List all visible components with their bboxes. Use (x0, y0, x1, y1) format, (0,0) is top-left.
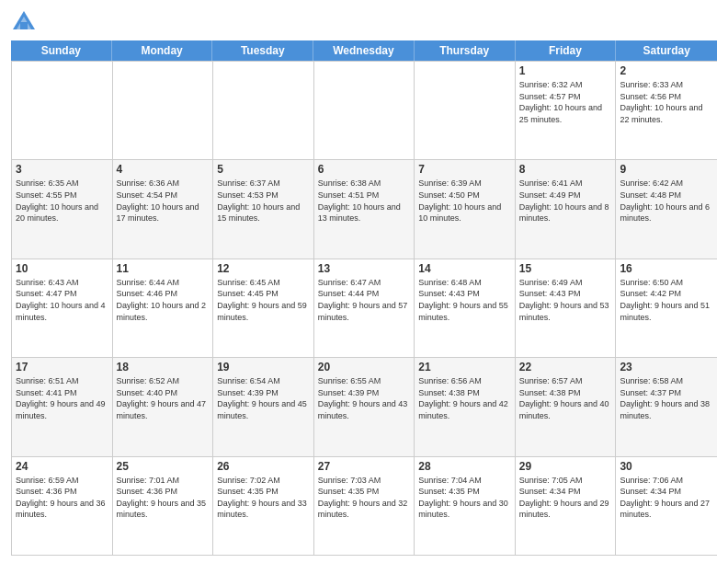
weekday-header-wednesday: Wednesday (313, 40, 415, 61)
weekday-header-tuesday: Tuesday (212, 40, 313, 61)
day-cell-26: 26Sunrise: 7:02 AM Sunset: 4:35 PM Dayli… (213, 457, 314, 555)
day-info: Sunrise: 6:42 AM Sunset: 4:48 PM Dayligh… (620, 178, 713, 224)
day-info: Sunrise: 6:55 AM Sunset: 4:39 PM Dayligh… (318, 375, 411, 421)
day-number: 5 (217, 163, 310, 176)
day-number: 14 (418, 262, 511, 275)
day-cell-10: 10Sunrise: 6:43 AM Sunset: 4:47 PM Dayli… (12, 259, 113, 357)
day-info: Sunrise: 6:33 AM Sunset: 4:56 PM Dayligh… (620, 79, 713, 125)
day-cell-18: 18Sunrise: 6:52 AM Sunset: 4:40 PM Dayli… (113, 358, 214, 455)
day-number: 12 (217, 262, 310, 275)
day-info: Sunrise: 7:04 AM Sunset: 4:35 PM Dayligh… (418, 475, 511, 521)
day-info: Sunrise: 6:56 AM Sunset: 4:38 PM Dayligh… (418, 375, 511, 421)
day-cell-5: 5Sunrise: 6:37 AM Sunset: 4:53 PM Daylig… (213, 160, 314, 258)
day-number: 22 (519, 361, 612, 373)
day-info: Sunrise: 6:51 AM Sunset: 4:41 PM Dayligh… (16, 375, 108, 421)
day-number: 8 (519, 163, 612, 176)
calendar-header: SundayMondayTuesdayWednesdayThursdayFrid… (11, 40, 717, 61)
day-cell-22: 22Sunrise: 6:57 AM Sunset: 4:38 PM Dayli… (516, 358, 617, 455)
day-cell-25: 25Sunrise: 7:01 AM Sunset: 4:36 PM Dayli… (113, 457, 214, 555)
empty-cell (314, 62, 415, 159)
day-info: Sunrise: 6:39 AM Sunset: 4:50 PM Dayligh… (418, 178, 511, 224)
day-info: Sunrise: 6:58 AM Sunset: 4:37 PM Dayligh… (620, 375, 713, 421)
logo-icon (11, 9, 37, 35)
day-info: Sunrise: 6:54 AM Sunset: 4:39 PM Dayligh… (217, 375, 310, 421)
day-info: Sunrise: 7:03 AM Sunset: 4:35 PM Dayligh… (318, 475, 411, 521)
calendar-week-1: 1Sunrise: 6:32 AM Sunset: 4:57 PM Daylig… (12, 61, 717, 159)
day-cell-4: 4Sunrise: 6:36 AM Sunset: 4:54 PM Daylig… (113, 160, 214, 258)
day-number: 30 (620, 460, 713, 473)
day-info: Sunrise: 6:47 AM Sunset: 4:44 PM Dayligh… (318, 277, 411, 323)
day-info: Sunrise: 7:06 AM Sunset: 4:34 PM Dayligh… (620, 475, 713, 521)
day-info: Sunrise: 6:36 AM Sunset: 4:54 PM Dayligh… (117, 178, 210, 224)
weekday-header-saturday: Saturday (616, 40, 717, 61)
day-info: Sunrise: 7:01 AM Sunset: 4:36 PM Dayligh… (117, 475, 210, 521)
day-cell-30: 30Sunrise: 7:06 AM Sunset: 4:34 PM Dayli… (616, 457, 717, 555)
page-container: SundayMondayTuesdayWednesdayThursdayFrid… (0, 0, 728, 563)
day-info: Sunrise: 6:32 AM Sunset: 4:57 PM Dayligh… (519, 79, 612, 125)
empty-cell (415, 62, 516, 159)
day-number: 29 (519, 460, 612, 473)
calendar-week-2: 3Sunrise: 6:35 AM Sunset: 4:55 PM Daylig… (12, 159, 717, 258)
day-number: 18 (117, 361, 210, 373)
day-cell-12: 12Sunrise: 6:45 AM Sunset: 4:45 PM Dayli… (213, 259, 314, 357)
day-cell-19: 19Sunrise: 6:54 AM Sunset: 4:39 PM Dayli… (213, 358, 314, 455)
day-number: 19 (217, 361, 310, 373)
day-cell-21: 21Sunrise: 6:56 AM Sunset: 4:38 PM Dayli… (415, 358, 516, 455)
day-number: 9 (620, 163, 713, 176)
day-number: 21 (418, 361, 511, 373)
day-cell-15: 15Sunrise: 6:49 AM Sunset: 4:43 PM Dayli… (516, 259, 617, 357)
calendar-week-3: 10Sunrise: 6:43 AM Sunset: 4:47 PM Dayli… (12, 259, 717, 357)
page-header (11, 9, 717, 35)
weekday-header-thursday: Thursday (415, 40, 516, 61)
day-cell-8: 8Sunrise: 6:41 AM Sunset: 4:49 PM Daylig… (516, 160, 617, 258)
day-cell-2: 2Sunrise: 6:33 AM Sunset: 4:56 PM Daylig… (616, 62, 717, 159)
day-cell-29: 29Sunrise: 7:05 AM Sunset: 4:34 PM Dayli… (516, 457, 617, 555)
day-cell-14: 14Sunrise: 6:48 AM Sunset: 4:43 PM Dayli… (415, 259, 516, 357)
empty-cell (213, 62, 314, 159)
day-cell-9: 9Sunrise: 6:42 AM Sunset: 4:48 PM Daylig… (616, 160, 717, 258)
day-cell-13: 13Sunrise: 6:47 AM Sunset: 4:44 PM Dayli… (314, 259, 415, 357)
day-number: 11 (117, 262, 210, 275)
day-info: Sunrise: 7:05 AM Sunset: 4:34 PM Dayligh… (519, 475, 612, 521)
logo (11, 9, 39, 35)
day-info: Sunrise: 6:35 AM Sunset: 4:55 PM Dayligh… (16, 178, 108, 224)
day-info: Sunrise: 6:49 AM Sunset: 4:43 PM Dayligh… (519, 277, 612, 323)
day-number: 27 (318, 460, 411, 473)
day-info: Sunrise: 6:41 AM Sunset: 4:49 PM Dayligh… (519, 178, 612, 224)
day-number: 26 (217, 460, 310, 473)
weekday-header-sunday: Sunday (11, 40, 112, 61)
day-number: 6 (318, 163, 411, 176)
weekday-header-friday: Friday (516, 40, 617, 61)
calendar-week-4: 17Sunrise: 6:51 AM Sunset: 4:41 PM Dayli… (12, 357, 717, 455)
day-number: 17 (16, 361, 108, 373)
day-number: 23 (620, 361, 713, 373)
day-number: 1 (519, 64, 612, 77)
day-info: Sunrise: 6:38 AM Sunset: 4:51 PM Dayligh… (318, 178, 411, 224)
day-cell-23: 23Sunrise: 6:58 AM Sunset: 4:37 PM Dayli… (616, 358, 717, 455)
day-number: 24 (16, 460, 108, 473)
calendar: SundayMondayTuesdayWednesdayThursdayFrid… (11, 40, 717, 556)
day-cell-1: 1Sunrise: 6:32 AM Sunset: 4:57 PM Daylig… (516, 62, 617, 159)
day-info: Sunrise: 6:52 AM Sunset: 4:40 PM Dayligh… (117, 375, 210, 421)
day-info: Sunrise: 6:50 AM Sunset: 4:42 PM Dayligh… (620, 277, 713, 323)
day-number: 28 (418, 460, 511, 473)
day-number: 10 (16, 262, 108, 275)
day-number: 2 (620, 64, 713, 77)
day-number: 3 (16, 163, 108, 176)
day-info: Sunrise: 6:44 AM Sunset: 4:46 PM Dayligh… (117, 277, 210, 323)
day-cell-11: 11Sunrise: 6:44 AM Sunset: 4:46 PM Dayli… (113, 259, 214, 357)
svg-rect-2 (20, 22, 28, 29)
day-info: Sunrise: 6:43 AM Sunset: 4:47 PM Dayligh… (16, 277, 108, 323)
day-cell-3: 3Sunrise: 6:35 AM Sunset: 4:55 PM Daylig… (12, 160, 113, 258)
day-number: 20 (318, 361, 411, 373)
day-cell-17: 17Sunrise: 6:51 AM Sunset: 4:41 PM Dayli… (12, 358, 113, 455)
day-info: Sunrise: 6:45 AM Sunset: 4:45 PM Dayligh… (217, 277, 310, 323)
day-number: 15 (519, 262, 612, 275)
day-cell-6: 6Sunrise: 6:38 AM Sunset: 4:51 PM Daylig… (314, 160, 415, 258)
day-info: Sunrise: 7:02 AM Sunset: 4:35 PM Dayligh… (217, 475, 310, 521)
day-number: 13 (318, 262, 411, 275)
calendar-body: 1Sunrise: 6:32 AM Sunset: 4:57 PM Daylig… (11, 61, 717, 556)
day-cell-24: 24Sunrise: 6:59 AM Sunset: 4:36 PM Dayli… (12, 457, 113, 555)
day-cell-27: 27Sunrise: 7:03 AM Sunset: 4:35 PM Dayli… (314, 457, 415, 555)
day-number: 4 (117, 163, 210, 176)
